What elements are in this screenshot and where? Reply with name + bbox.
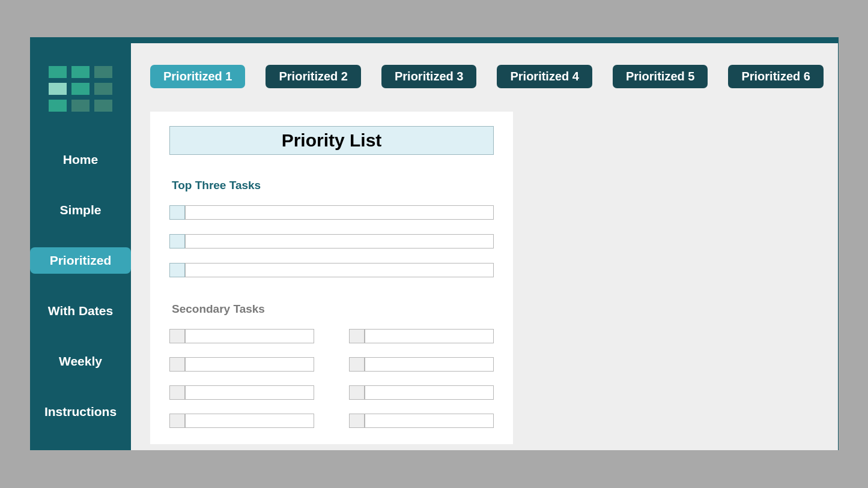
- sidebar-item-instructions[interactable]: Instructions: [30, 399, 131, 425]
- tab-prioritized-4[interactable]: Prioritized 4: [497, 65, 592, 88]
- app-frame: Home Simple Prioritized With Dates Weekl…: [30, 37, 839, 450]
- tab-prioritized-1[interactable]: Prioritized 1: [150, 65, 245, 88]
- secondary-task-row: [169, 357, 314, 372]
- secondary-task-row: [349, 414, 494, 428]
- tab-prioritized-5[interactable]: Prioritized 5: [613, 65, 708, 88]
- sidebar-item-with-dates[interactable]: With Dates: [30, 298, 131, 324]
- secondary-task-checkbox-2[interactable]: [349, 329, 365, 343]
- secondary-task-checkbox-8[interactable]: [349, 414, 365, 428]
- sidebar-item-prioritized[interactable]: Prioritized: [30, 247, 131, 274]
- top-task-input-2[interactable]: [185, 234, 494, 249]
- secondary-task-row: [169, 414, 314, 428]
- tab-prioritized-2[interactable]: Prioritized 2: [266, 65, 360, 88]
- secondary-task-row: [349, 329, 494, 343]
- top-task-row: [169, 263, 494, 277]
- secondary-task-row: [169, 329, 314, 343]
- sidebar: Home Simple Prioritized With Dates Weekl…: [30, 37, 131, 450]
- logo-icon: [49, 66, 112, 112]
- top-task-checkbox-3[interactable]: [169, 263, 185, 277]
- sheet-title: Priority List: [169, 126, 494, 155]
- secondary-task-checkbox-1[interactable]: [169, 329, 185, 343]
- secondary-task-input-4[interactable]: [365, 357, 494, 372]
- main-area: Prioritized 1 Prioritized 2 Prioritized …: [131, 43, 838, 450]
- sidebar-item-simple[interactable]: Simple: [30, 197, 131, 223]
- secondary-task-checkbox-5[interactable]: [169, 385, 185, 400]
- secondary-task-input-1[interactable]: [185, 329, 314, 343]
- secondary-task-input-8[interactable]: [365, 414, 494, 428]
- section-top-three-tasks: Top Three Tasks: [172, 179, 494, 192]
- secondary-task-row: [349, 357, 494, 372]
- secondary-task-input-5[interactable]: [185, 385, 314, 400]
- section-secondary-tasks: Secondary Tasks: [172, 303, 494, 316]
- top-task-input-1[interactable]: [185, 205, 494, 220]
- tab-prioritized-6[interactable]: Prioritized 6: [728, 65, 823, 88]
- tabs-row: Prioritized 1 Prioritized 2 Prioritized …: [150, 65, 824, 88]
- top-task-row: [169, 205, 494, 220]
- secondary-task-checkbox-6[interactable]: [349, 385, 365, 400]
- top-task-input-3[interactable]: [185, 263, 494, 277]
- secondary-task-row: [169, 385, 314, 400]
- top-task-checkbox-2[interactable]: [169, 234, 185, 249]
- secondary-task-checkbox-4[interactable]: [349, 357, 365, 372]
- secondary-tasks-grid: [169, 329, 494, 428]
- secondary-task-input-6[interactable]: [365, 385, 494, 400]
- secondary-task-input-7[interactable]: [185, 414, 314, 428]
- priority-sheet: Priority List Top Three Tasks Secondary …: [150, 112, 513, 444]
- top-task-row: [169, 234, 494, 249]
- sidebar-item-home[interactable]: Home: [30, 146, 131, 173]
- top-task-checkbox-1[interactable]: [169, 205, 185, 220]
- sidebar-item-weekly[interactable]: Weekly: [30, 348, 131, 375]
- secondary-task-input-2[interactable]: [365, 329, 494, 343]
- secondary-task-checkbox-3[interactable]: [169, 357, 185, 372]
- secondary-task-checkbox-7[interactable]: [169, 414, 185, 428]
- secondary-task-row: [349, 385, 494, 400]
- tab-prioritized-3[interactable]: Prioritized 3: [381, 65, 476, 88]
- secondary-task-input-3[interactable]: [185, 357, 314, 372]
